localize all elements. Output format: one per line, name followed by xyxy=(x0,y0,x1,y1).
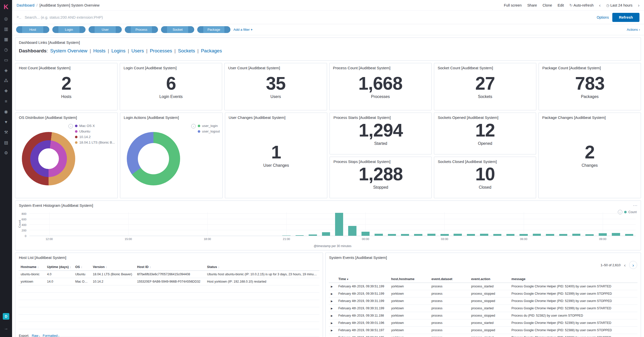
filter-pill-login[interactable]: Login xyxy=(52,26,86,33)
infrastructure-icon[interactable]: ❖ xyxy=(0,86,12,96)
column-header-time[interactable]: Time▾ xyxy=(336,275,389,283)
filter-pill-user[interactable]: User xyxy=(89,26,122,33)
login-legend-items: user_loginuser_logout xyxy=(198,124,220,133)
filter-pill-package[interactable]: Package xyxy=(197,26,230,33)
panel-socket-count: Socket Count [Auditbeat System] 27Socket… xyxy=(434,63,536,110)
dashboard-link-sockets[interactable]: Sockets xyxy=(178,48,195,53)
legend-item-user-login[interactable]: user_login xyxy=(198,124,220,128)
canvas-icon[interactable]: ▭ xyxy=(0,55,12,65)
panel-options-icon[interactable]: ⋯ xyxy=(633,203,638,208)
panel-title: Dashboard Links [Auditbeat System] xyxy=(15,38,641,46)
top-menu: Full screen Share Clone Edit ↻Auto-refre… xyxy=(504,3,639,8)
full-screen-button[interactable]: Full screen xyxy=(504,3,522,7)
y-tick-label: 600 xyxy=(22,218,26,221)
panel-package-changes: Package Changes [Auditbeat System] 2Chan… xyxy=(538,113,641,198)
docker-badge[interactable]: D xyxy=(3,313,9,320)
time-range-button[interactable]: ◷Last 24 hours xyxy=(606,3,632,7)
legend-label: 18.04.1 LTS (Bionic B... xyxy=(79,141,115,144)
filter-pill-process[interactable]: Process xyxy=(125,26,158,33)
export-formatted-link[interactable]: Formatted↓ xyxy=(43,334,60,337)
edit-button[interactable]: Edit xyxy=(558,3,564,7)
filter-pills: HostLoginUserProcessSocketPackage xyxy=(16,26,230,33)
host-row[interactable]: ubuntu-bionic4.0Ubuntu18.04.1 LTS (Bioni… xyxy=(19,271,319,278)
share-button[interactable]: Share xyxy=(527,3,537,7)
panel-sockets-closed: Sockets Closed [Auditbeat System] 10Clos… xyxy=(434,157,536,198)
legend-label: 10.14.2 xyxy=(79,135,91,139)
expand-row-icon[interactable]: ▶ xyxy=(331,292,333,295)
column-header-status[interactable]: Status↕ xyxy=(205,263,319,271)
breadcrumb-dashboard-link[interactable]: Dashboard xyxy=(17,3,34,7)
pagination-next-icon[interactable]: › xyxy=(629,261,637,269)
expand-row-icon[interactable]: ▶ xyxy=(331,322,333,324)
column-header-event-dataset[interactable]: event.dataset xyxy=(429,275,469,283)
expand-row-icon[interactable]: ▶ xyxy=(331,307,333,310)
chevron-right-icon: › xyxy=(639,28,640,31)
legend-label: Ubuntu xyxy=(79,129,90,133)
uptime-icon[interactable]: ♥ xyxy=(0,117,12,127)
column-header-host-id[interactable]: Host ID↕ xyxy=(135,263,205,271)
legend-item-18-04-1-lts-bionic-b[interactable]: 18.04.1 LTS (Bionic B... xyxy=(75,141,115,144)
login-donut-holder xyxy=(127,132,180,185)
legend-item-ubuntu[interactable]: Ubuntu xyxy=(75,129,115,133)
metric-value: 2 xyxy=(585,143,595,161)
clone-button[interactable]: Clone xyxy=(543,3,552,7)
events-tbody: ▶February 4th 2019, 09:39:51.199yorktown… xyxy=(329,283,637,337)
legend-toggle-icon[interactable]: ‹ xyxy=(191,124,196,128)
dashboard-link-hosts[interactable]: Hosts xyxy=(93,48,106,53)
filter-pill-socket[interactable]: Socket xyxy=(161,26,194,33)
timelion-icon[interactable]: ◷ xyxy=(0,45,12,55)
expand-column-header xyxy=(329,275,336,283)
refresh-button[interactable]: Refresh xyxy=(612,13,639,22)
panel-process-starts: Process Starts [Auditbeat System] 1,294S… xyxy=(330,113,432,154)
filter-bar: HostLoginUserProcessSocketPackage Add a … xyxy=(12,24,644,35)
legend-label: Mac OS X xyxy=(79,124,95,128)
host-row[interactable]: yorktown14.0Mac OS X10.14.2155320EF-9AB6… xyxy=(19,278,319,285)
dashboard-link-packages[interactable]: Packages xyxy=(201,48,222,53)
logs-icon[interactable]: ≡ xyxy=(0,96,12,107)
legend-item-10-14-2[interactable]: 10.14.2 xyxy=(75,135,115,139)
dashboard-link-users[interactable]: Users xyxy=(131,48,144,53)
expand-row-icon[interactable]: ▶ xyxy=(331,314,333,317)
dashboard-link-logins[interactable]: Logins xyxy=(111,48,126,53)
legend-toggle-icon[interactable]: ‹ xyxy=(68,124,73,128)
expand-row-icon[interactable]: ▶ xyxy=(331,300,333,302)
actions-link[interactable]: Actions › xyxy=(627,28,640,31)
column-header-version[interactable]: Version↕ xyxy=(91,263,135,271)
histogram-bar xyxy=(546,234,554,236)
expand-row-icon[interactable]: ▶ xyxy=(331,329,333,332)
options-link[interactable]: Options xyxy=(597,15,609,19)
monitoring-icon[interactable]: ▤ xyxy=(0,138,12,148)
export-raw-link[interactable]: Raw↓ xyxy=(32,334,40,337)
visualize-icon[interactable]: ▥ xyxy=(0,24,12,34)
discover-icon[interactable]: ◎ xyxy=(0,14,12,24)
auto-refresh-button[interactable]: ↻Auto-refresh xyxy=(570,3,594,7)
column-header-host-hostname[interactable]: host.hostname xyxy=(389,275,429,283)
filter-pill-host[interactable]: Host xyxy=(16,26,49,33)
histogram-bar xyxy=(335,213,343,236)
expand-row-icon[interactable]: ▶ xyxy=(331,285,333,288)
time-back-icon[interactable]: ‹ xyxy=(599,3,600,8)
dev-tools-icon[interactable]: ⚒ xyxy=(0,127,12,138)
dashboard-icon[interactable]: ▦ xyxy=(0,34,12,45)
column-header-message[interactable]: message xyxy=(509,275,637,283)
management-icon[interactable]: ⚙ xyxy=(0,148,12,158)
apm-icon[interactable]: ◉ xyxy=(0,107,12,117)
column-header-event-action[interactable]: event.action xyxy=(469,275,509,283)
column-header-os[interactable]: OS↕ xyxy=(73,263,91,271)
export-label: Export: xyxy=(19,334,29,337)
legend-item-user-logout[interactable]: user_logout xyxy=(198,129,220,133)
maps-icon[interactable]: ◈ xyxy=(0,65,12,76)
machine-learning-icon[interactable]: ⁂ xyxy=(0,76,12,86)
search-input[interactable] xyxy=(25,15,593,19)
time-forward-icon[interactable]: › xyxy=(638,3,639,8)
expand-nav-icon[interactable]: → xyxy=(0,323,12,333)
pagination-prev-icon[interactable]: ‹ xyxy=(624,263,626,267)
add-filter-link[interactable]: Add a filter + xyxy=(233,28,253,31)
metric-label: Started xyxy=(374,141,387,146)
legend-item-mac-os-x[interactable]: Mac OS X xyxy=(75,124,115,128)
dashboard-link-processes[interactable]: Processes xyxy=(150,48,172,53)
column-header-uptime-days[interactable]: Uptime (days)↕ xyxy=(45,263,73,271)
kibana-logo[interactable]: K xyxy=(0,0,12,14)
column-header-hostname[interactable]: Hostname↕ xyxy=(19,263,45,271)
dashboard-link-system-overview[interactable]: System Overview xyxy=(50,48,87,53)
